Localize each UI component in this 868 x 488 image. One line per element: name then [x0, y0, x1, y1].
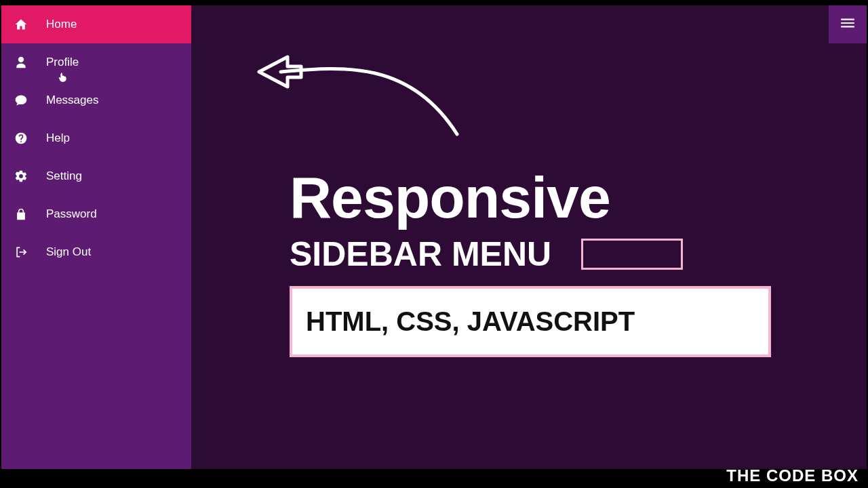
gear-icon — [14, 169, 28, 184]
sidebar-item-label: Sign Out — [46, 245, 91, 259]
sidebar-item-setting[interactable]: Setting — [1, 157, 191, 195]
sidebar-item-password[interactable]: Password — [1, 195, 191, 233]
sidebar-item-label: Home — [46, 18, 77, 31]
sidebar-item-label: Setting — [46, 169, 82, 183]
sidebar-item-label: Messages — [46, 94, 98, 107]
arrow-icon — [247, 53, 464, 141]
sidebar-item-signout[interactable]: Sign Out — [1, 233, 191, 271]
sidebar-item-label: Profile — [46, 56, 79, 69]
tech-box: HTML, CSS, JAVASCRIPT — [290, 286, 771, 357]
signout-icon — [14, 245, 28, 260]
heading-line1: Responsive — [290, 168, 771, 226]
decorative-outline-box — [581, 239, 683, 270]
user-icon — [14, 55, 28, 70]
home-icon — [14, 17, 28, 32]
brand-label: THE CODE BOX — [726, 466, 859, 485]
heading-line2: SIDEBAR MENU — [290, 235, 551, 274]
chat-icon — [14, 93, 28, 108]
sidebar: Home Profile Messages Help Setting — [1, 5, 191, 469]
sidebar-item-profile[interactable]: Profile — [1, 43, 191, 81]
main-content: Responsive SIDEBAR MENU HTML, CSS, JAVAS… — [191, 5, 867, 469]
sidebar-item-home[interactable]: Home — [1, 5, 191, 43]
help-icon — [14, 131, 28, 146]
sidebar-item-label: Password — [46, 207, 97, 221]
sidebar-item-help[interactable]: Help — [1, 119, 191, 157]
sidebar-item-messages[interactable]: Messages — [1, 81, 191, 119]
title-block: Responsive SIDEBAR MENU HTML, CSS, JAVAS… — [290, 168, 771, 357]
lock-icon — [14, 207, 28, 222]
sidebar-item-label: Help — [46, 131, 70, 145]
app-window: Home Profile Messages Help Setting — [1, 5, 867, 469]
tech-label: HTML, CSS, JAVASCRIPT — [306, 306, 755, 337]
